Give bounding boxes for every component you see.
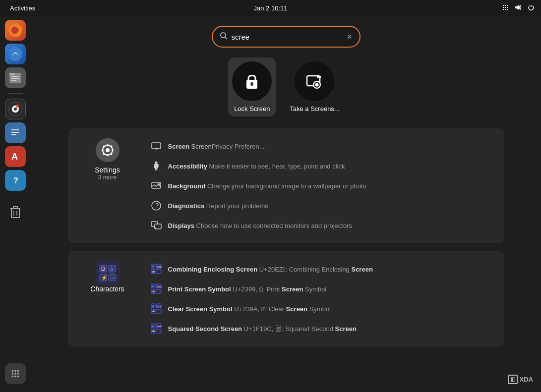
- take-screenshot-label: Take a Screens...: [290, 105, 339, 112]
- power-icon[interactable]: [527, 3, 535, 13]
- svg-point-54: [107, 144, 109, 146]
- show-all-apps-button[interactable]: [5, 363, 26, 384]
- svg-point-20: [16, 105, 19, 108]
- svg-rect-16: [11, 80, 16, 81]
- settings-result-screen[interactable]: Screen ScreenPrivacy Preferen...: [147, 136, 494, 156]
- svg-rect-4: [505, 7, 506, 8]
- accessibility-result-icon: [150, 160, 162, 172]
- svg-text:A: A: [152, 284, 154, 288]
- squared-second-result-text: Squared Second Screen U+1F19C, 🆜: Square…: [168, 325, 357, 333]
- xda-logo-text: XDA: [520, 376, 533, 383]
- search-icon: [220, 32, 228, 42]
- screen-result-icon: [150, 140, 162, 152]
- diagnostics-result-icon: ?: [150, 200, 162, 212]
- svg-text:?: ?: [13, 176, 18, 185]
- svg-point-11: [8, 47, 22, 61]
- svg-point-50: [315, 83, 319, 87]
- search-bar-wrapper: scree ✕: [212, 26, 361, 48]
- app-result-take-screenshot[interactable]: Take a Screens...: [286, 57, 343, 116]
- dock-icon-thunderbird[interactable]: [5, 44, 26, 64]
- print-screen-char-icon: A abc def: [150, 283, 162, 295]
- svg-rect-2: [507, 5, 508, 6]
- clear-screen-result-text: Clear Screen Symbol U+239A, ⎚: Clear Scr…: [168, 305, 331, 313]
- dock-icon-help[interactable]: ?: [5, 170, 26, 191]
- volume-icon[interactable]: [514, 3, 522, 13]
- svg-rect-14: [11, 76, 19, 77]
- search-input[interactable]: scree: [232, 33, 343, 41]
- dock-icon-firefox[interactable]: [5, 20, 26, 41]
- app-result-lock-screen[interactable]: Lock Screen: [228, 57, 276, 116]
- characters-section-title: Characters: [90, 285, 124, 293]
- svg-point-19: [14, 108, 17, 111]
- settings-result-background[interactable]: Background Change your background image …: [147, 176, 494, 196]
- svg-point-41: [14, 376, 16, 378]
- svg-text:á: á: [110, 266, 113, 272]
- svg-rect-24: [11, 134, 16, 135]
- svg-text:A: A: [11, 152, 18, 162]
- svg-rect-51: [317, 76, 321, 78]
- screen-result-text: Screen ScreenPrivacy Preferen...: [168, 143, 265, 150]
- svg-point-40: [12, 376, 14, 378]
- svg-rect-31: [13, 207, 17, 209]
- svg-rect-0: [503, 5, 504, 6]
- svg-rect-5: [507, 7, 508, 8]
- dock-icon-notes[interactable]: [5, 122, 26, 143]
- svg-text:abc: abc: [157, 265, 162, 268]
- settings-section-header: Settings 3 more: [78, 136, 137, 235]
- svg-text:A: A: [152, 304, 154, 308]
- svg-point-43: [221, 33, 226, 38]
- svg-rect-13: [9, 73, 15, 75]
- svg-point-42: [17, 376, 19, 378]
- svg-rect-15: [11, 78, 19, 79]
- search-bar[interactable]: scree ✕: [212, 26, 361, 48]
- svg-text:abc: abc: [157, 305, 162, 308]
- dock-icon-trash[interactable]: [5, 201, 26, 222]
- svg-point-55: [107, 154, 109, 156]
- svg-text:?: ?: [155, 202, 159, 209]
- characters-results-section: Ω á ⚡ → Characters A: [68, 251, 504, 346]
- chars-result-squared-second[interactable]: A abc def Squared Second Screen U+1F19C,…: [147, 319, 494, 338]
- svg-point-38: [14, 373, 16, 375]
- chars-result-clear-screen[interactable]: A abc def Clear Screen Symbol U+239A, ⎚:…: [147, 299, 494, 319]
- settings-result-diagnostics[interactable]: ? Diagnostics Report your problems: [147, 196, 494, 216]
- svg-point-53: [106, 148, 110, 152]
- displays-result-icon: [150, 220, 162, 231]
- settings-results-section: Settings 3 more Screen ScreenPrivacy Pre…: [68, 128, 504, 243]
- svg-rect-3: [503, 7, 504, 8]
- svg-point-34: [12, 370, 14, 372]
- svg-text:A: A: [152, 324, 154, 328]
- network-icon[interactable]: [501, 3, 509, 13]
- combining-result-text: Combining Enclosing Screen U+20EZ⃣: Comb…: [168, 266, 373, 273]
- svg-text:def: def: [152, 330, 157, 333]
- chars-result-print-screen[interactable]: A abc def Print Screen Symbol U+2399, ⎙:…: [147, 279, 494, 299]
- squared-second-char-icon: A abc def: [150, 323, 162, 335]
- svg-text:def: def: [152, 270, 157, 273]
- svg-rect-23: [11, 132, 19, 133]
- lock-screen-icon-circle: [232, 61, 272, 101]
- accessibility-result-text: Accessibility Make it easier to see, hea…: [168, 163, 345, 170]
- dock-separator-1: [8, 93, 23, 94]
- search-clear-button[interactable]: ✕: [347, 33, 353, 41]
- settings-icon-wrap: [96, 138, 120, 162]
- svg-rect-22: [11, 129, 19, 130]
- svg-point-59: [110, 153, 112, 155]
- svg-rect-62: [152, 143, 161, 149]
- dock-icon-appstore[interactable]: A: [5, 146, 26, 167]
- svg-point-65: [155, 162, 157, 164]
- svg-text:abc: abc: [157, 285, 162, 288]
- svg-rect-7: [505, 9, 506, 10]
- characters-results-list: A abc def Combining Enclosing Screen U+2…: [147, 259, 494, 338]
- xda-watermark: ◧ XDA: [508, 375, 533, 384]
- app-results-row: Lock Screen Take a Screens...: [228, 57, 343, 116]
- settings-result-accessibility[interactable]: Accessibility Make it easier to see, hea…: [147, 156, 494, 176]
- svg-point-56: [102, 149, 104, 151]
- chars-result-combining[interactable]: A abc def Combining Enclosing Screen U+2…: [147, 259, 494, 279]
- svg-point-39: [17, 373, 19, 375]
- svg-rect-1: [505, 5, 506, 6]
- settings-section-subtitle: 3 more: [98, 174, 117, 181]
- settings-result-displays[interactable]: Displays Choose how to use connected mon…: [147, 216, 494, 235]
- svg-point-35: [14, 370, 16, 372]
- dock-icon-rhythmbox[interactable]: [5, 99, 26, 119]
- dock-icon-files[interactable]: [5, 67, 26, 88]
- activities-button[interactable]: Activities: [6, 3, 39, 13]
